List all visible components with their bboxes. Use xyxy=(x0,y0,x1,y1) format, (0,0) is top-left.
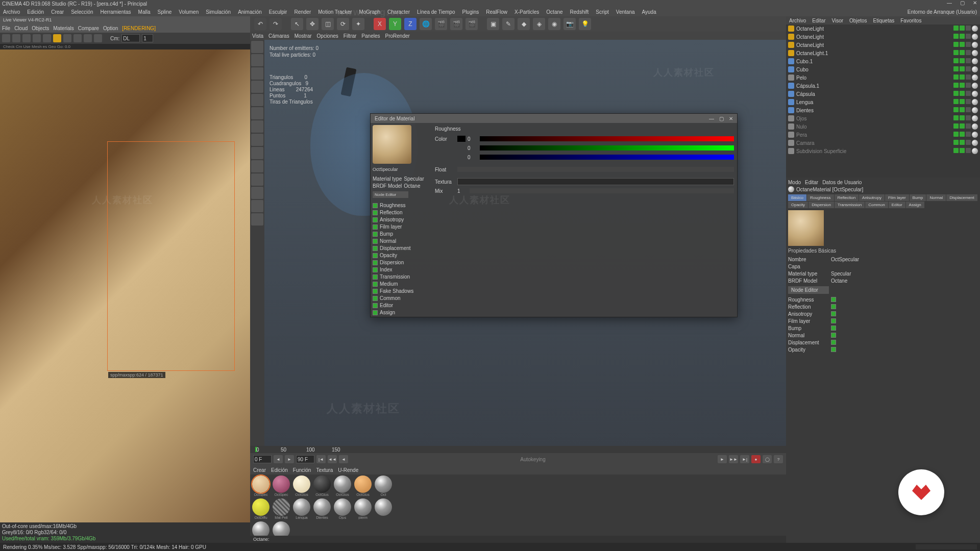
frame-end[interactable]: 90 F xyxy=(296,455,314,463)
lv-file[interactable]: File xyxy=(2,26,10,31)
me-channel-check[interactable] xyxy=(373,267,378,272)
lv-option[interactable]: Option xyxy=(103,26,118,31)
close-button[interactable]: ✕ xyxy=(973,0,977,6)
attr-checkbox[interactable] xyxy=(831,318,836,323)
material-swatch[interactable] xyxy=(334,498,351,516)
visibility-render-toggle[interactable] xyxy=(960,26,965,31)
visibility-render-toggle[interactable] xyxy=(960,107,965,112)
object-row[interactable]: OctaneLight xyxy=(786,24,980,33)
material-swatch[interactable] xyxy=(293,475,310,493)
visibility-dot[interactable] xyxy=(966,34,971,39)
attr-mtype-value[interactable]: Specular xyxy=(831,271,851,277)
material-swatch[interactable] xyxy=(354,498,372,516)
object-row[interactable]: Nulo xyxy=(786,122,980,131)
object-row[interactable]: Cápsula xyxy=(786,90,980,98)
menu-animacion[interactable]: Animación xyxy=(238,9,262,15)
me-channel-row[interactable]: Opacity xyxy=(373,252,430,259)
menu-ventana[interactable]: Ventana xyxy=(616,9,635,15)
material-editor-window[interactable]: Editor de Material — ▢ ✕ OctSpecular Mat… xyxy=(370,113,738,317)
me-name[interactable]: OctSpecular xyxy=(373,167,430,172)
material-swatch[interactable] xyxy=(313,475,331,493)
me-channel-row[interactable]: Dispersion xyxy=(373,259,430,266)
attr-tab-bump[interactable]: Bump xyxy=(910,194,926,201)
attr-tab-film[interactable]: Film layer xyxy=(885,194,909,201)
attr-checkbox[interactable] xyxy=(831,340,836,345)
menu-esculpir[interactable]: Esculpir xyxy=(269,9,287,15)
visibility-dot[interactable] xyxy=(966,58,971,63)
object-tag-icon[interactable] xyxy=(972,123,978,130)
play-back-icon[interactable]: ◄ xyxy=(339,455,348,463)
object-row[interactable]: Cubo.1 xyxy=(786,57,980,65)
me-channel-check[interactable] xyxy=(373,303,378,308)
mode-o-icon[interactable] xyxy=(251,213,263,226)
object-row[interactable]: Pelo xyxy=(786,73,980,82)
lv-objects[interactable]: Objects xyxy=(32,26,49,31)
menu-plugins[interactable]: Plugins xyxy=(462,9,479,15)
object-tag-icon[interactable] xyxy=(972,91,978,97)
object-tag-icon[interactable] xyxy=(972,148,978,154)
attr-modo[interactable]: Modo xyxy=(788,180,801,185)
attr-tab-normal[interactable]: Normal xyxy=(926,194,946,201)
me-color-swatch[interactable] xyxy=(457,136,465,142)
key-auto-icon[interactable]: ◯ xyxy=(763,455,772,463)
mode-s-icon[interactable] xyxy=(251,173,263,186)
object-tag-icon[interactable] xyxy=(972,83,978,89)
obj-etiquetas[interactable]: Etiquetas xyxy=(873,18,895,23)
world-axis-button[interactable]: 🌐 xyxy=(420,18,432,30)
visibility-editor-toggle[interactable] xyxy=(953,58,959,63)
attr-checkbox[interactable] xyxy=(831,333,836,338)
obj-favoritos[interactable]: Favoritos xyxy=(900,18,921,23)
object-tag-icon[interactable] xyxy=(972,74,978,81)
redo-button[interactable]: ↷ xyxy=(270,18,282,30)
object-row[interactable]: OctaneLight xyxy=(786,41,980,49)
visibility-render-toggle[interactable] xyxy=(960,74,965,80)
visibility-dot[interactable] xyxy=(966,115,971,120)
step-back-icon[interactable]: ◄◄ xyxy=(328,455,337,463)
me-channel-check[interactable] xyxy=(373,239,378,244)
clapper3-icon[interactable]: 🎬 xyxy=(465,18,478,30)
object-row[interactable]: Cubo xyxy=(786,65,980,73)
visibility-render-toggle[interactable] xyxy=(960,42,965,47)
object-tag-icon[interactable] xyxy=(972,132,978,138)
visibility-editor-toggle[interactable] xyxy=(953,140,959,145)
menu-herramientas[interactable]: Herramientas xyxy=(101,9,131,15)
me-channel-check[interactable] xyxy=(373,296,378,301)
visibility-editor-toggle[interactable] xyxy=(953,50,959,55)
visibility-editor-toggle[interactable] xyxy=(953,148,959,153)
vp-tab-prorender[interactable]: ProRender xyxy=(385,33,410,39)
rotate-tool[interactable]: ⟳ xyxy=(337,18,349,30)
me-b-value[interactable]: 0 xyxy=(468,155,478,160)
attr-datos[interactable]: Datos de Usuario xyxy=(822,180,862,185)
lv-clock-icon[interactable] xyxy=(12,34,20,42)
me-mix-slider[interactable] xyxy=(470,188,734,193)
me-mtype-value[interactable]: Specular xyxy=(404,176,424,182)
menu-xparticles[interactable]: X-Particles xyxy=(514,9,539,15)
menu-edicion[interactable]: Edición xyxy=(27,9,44,15)
vp-tab-opciones[interactable]: Opciones xyxy=(317,33,338,39)
me-channel-row[interactable]: Anisotropy xyxy=(373,216,430,223)
visibility-render-toggle[interactable] xyxy=(960,83,965,88)
prim-cube-icon[interactable]: ▣ xyxy=(487,18,499,30)
visibility-dot[interactable] xyxy=(966,91,971,96)
attr-tab-reflection[interactable]: Reflection xyxy=(835,194,859,201)
key-opts-icon[interactable]: ? xyxy=(774,455,783,463)
object-row[interactable]: Lengua xyxy=(786,98,980,106)
mode-points-icon[interactable] xyxy=(251,94,263,106)
clapper2-icon[interactable]: 🎬 xyxy=(450,18,462,30)
frame-current[interactable]: 0 F xyxy=(253,455,272,463)
menu-linea[interactable]: Línea de Tiempo xyxy=(417,9,455,15)
lv-region-icon[interactable] xyxy=(74,34,82,42)
visibility-render-toggle[interactable] xyxy=(960,148,965,153)
me-channel-check[interactable] xyxy=(373,289,378,294)
lv-refresh-icon[interactable] xyxy=(2,34,10,42)
material-swatch[interactable] xyxy=(334,475,351,493)
visibility-render-toggle[interactable] xyxy=(960,140,965,145)
visibility-dot[interactable] xyxy=(966,83,971,88)
lv-cloud[interactable]: Cloud xyxy=(14,26,28,31)
visibility-editor-toggle[interactable] xyxy=(953,99,959,104)
axis-z-button[interactable]: Z xyxy=(404,18,416,30)
attr-tab-common[interactable]: Common xyxy=(865,202,888,208)
menu-motiontracker[interactable]: Motion Tracker xyxy=(318,9,352,15)
object-tag-icon[interactable] xyxy=(972,58,978,64)
object-row[interactable]: Ojos xyxy=(786,114,980,122)
